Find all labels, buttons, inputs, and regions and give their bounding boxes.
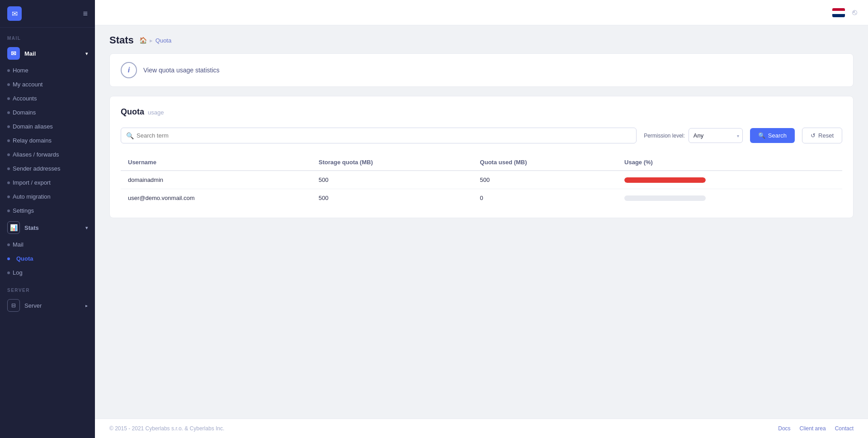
permission-select-wrap: Any ▾: [689, 128, 743, 143]
search-icon: 🔍: [126, 132, 134, 139]
progress-bar-fill: [624, 177, 706, 183]
footer-link-docs[interactable]: Docs: [778, 425, 790, 432]
sidebar-item-import-export[interactable]: Import / export: [0, 176, 95, 190]
col-storage-quota: Storage quota (MB): [311, 154, 473, 171]
section-subtitle: usage: [148, 109, 164, 116]
info-icon: i: [121, 62, 137, 78]
sidebar-item-label: Import / export: [13, 179, 51, 186]
main-content: ⎋ Stats 🏠 ▸ Quota i View quota usage sta…: [95, 0, 868, 438]
section-title-row: Quota usage: [121, 107, 842, 119]
sidebar-header: ✉ ≡: [0, 0, 95, 28]
reset-btn-icon: ↺: [811, 132, 816, 139]
sidebar-item-log[interactable]: Log: [0, 266, 95, 280]
info-banner: i View quota usage statistics: [109, 53, 854, 87]
section-title: Quota: [121, 107, 144, 117]
quota-section-card: Quota usage 🔍 Permission level: Any ▾: [109, 96, 854, 218]
info-banner-text: View quota usage statistics: [143, 67, 220, 74]
sidebar: ✉ ≡ MAIL ✉ Mail ▾ Home My account Accoun…: [0, 0, 95, 438]
page-title: Stats: [109, 34, 134, 46]
section-mail-label: MAIL: [0, 28, 95, 43]
table-row: user@demo.vonmail.com 500 0: [121, 189, 842, 207]
sidebar-item-home[interactable]: Home: [0, 63, 95, 77]
cell-username: domainadmin: [121, 171, 311, 189]
page-header: Stats 🏠 ▸ Quota: [95, 25, 868, 53]
cell-usage-pct: [617, 189, 842, 207]
sidebar-item-quota[interactable]: Quota: [0, 252, 95, 266]
sidebar-item-label: Home: [13, 67, 28, 74]
sidebar-item-label: Accounts: [13, 95, 37, 102]
sidebar-item-accounts[interactable]: Accounts: [0, 91, 95, 105]
cell-quota-used: 500: [473, 171, 617, 189]
sidebar-item-aliases-forwards[interactable]: Aliases / forwards: [0, 148, 95, 162]
table-body: domainadmin 500 500 user@demo.vonmail.co…: [121, 171, 842, 207]
sidebar-item-settings[interactable]: Settings: [0, 204, 95, 218]
stats-label: Stats: [24, 224, 39, 231]
mail-label: Mail: [24, 50, 36, 57]
table-header: Username Storage quota (MB) Quota used (…: [121, 154, 842, 171]
sidebar-item-label: Relay domains: [13, 137, 52, 144]
footer-links: Docs Client area Contact: [778, 425, 854, 432]
sidebar-item-mail-stats[interactable]: Mail: [0, 238, 95, 252]
section-server-label: SERVER: [0, 280, 95, 295]
logo-icon: ✉: [7, 6, 22, 21]
sidebar-item-my-account[interactable]: My account: [0, 77, 95, 91]
reset-btn-label: Reset: [818, 132, 834, 139]
logout-icon[interactable]: ⎋: [852, 8, 857, 17]
topbar-actions: ⎋: [832, 8, 857, 17]
sidebar-item-label: My account: [13, 81, 42, 88]
permission-label: Permission level:: [644, 133, 685, 139]
sidebar-item-label: Domains: [13, 109, 36, 116]
server-label: Server: [24, 302, 42, 309]
sidebar-item-label: Mail: [13, 241, 24, 248]
sidebar-item-label: Aliases / forwards: [13, 151, 59, 158]
chevron-down-icon: ▾: [85, 51, 88, 56]
search-input-wrap: 🔍: [121, 128, 637, 143]
cell-username: user@demo.vonmail.com: [121, 189, 311, 207]
footer: © 2015 - 2021 Cyberlabs s.r.o. & Cyberla…: [95, 419, 868, 438]
language-flag[interactable]: [832, 8, 845, 17]
quota-table: Username Storage quota (MB) Quota used (…: [121, 154, 842, 207]
server-icon: ⊟: [7, 299, 20, 312]
footer-link-client-area[interactable]: Client area: [800, 425, 826, 432]
search-btn-label: Search: [768, 132, 787, 139]
col-username: Username: [121, 154, 311, 171]
sidebar-item-auto-migration[interactable]: Auto migration: [0, 190, 95, 204]
breadcrumb-current: Quota: [156, 37, 171, 44]
topbar: ⎋: [95, 0, 868, 25]
sidebar-item-mail[interactable]: ✉ Mail ▾: [0, 43, 95, 63]
stats-icon: 📊: [7, 221, 20, 234]
sidebar-item-relay-domains[interactable]: Relay domains: [0, 133, 95, 148]
filter-row: 🔍 Permission level: Any ▾ 🔍 Search: [121, 128, 842, 143]
breadcrumb: 🏠 ▸ Quota: [139, 37, 171, 44]
copyright-text: © 2015 - 2021 Cyberlabs s.r.o. & Cyberla…: [109, 425, 224, 432]
permission-filter: Permission level: Any ▾: [644, 128, 743, 143]
col-usage-pct: Usage (%): [617, 154, 842, 171]
cell-storage-quota: 500: [311, 189, 473, 207]
reset-button[interactable]: ↺ Reset: [802, 128, 842, 143]
footer-link-contact[interactable]: Contact: [835, 425, 854, 432]
permission-select[interactable]: Any: [689, 128, 743, 143]
chevron-down-icon: ▾: [85, 225, 88, 230]
search-btn-icon: 🔍: [758, 132, 765, 139]
table-row: domainadmin 500 500: [121, 171, 842, 189]
search-button[interactable]: 🔍 Search: [750, 128, 795, 143]
sidebar-item-sender-addresses[interactable]: Sender addresses: [0, 162, 95, 176]
breadcrumb-separator: ▸: [150, 37, 153, 44]
search-input[interactable]: [121, 128, 637, 143]
sidebar-item-label: Domain aliases: [13, 123, 53, 130]
sidebar-item-domains[interactable]: Domains: [0, 105, 95, 119]
progress-bar-wrap: [624, 195, 706, 201]
cell-quota-used: 0: [473, 189, 617, 207]
breadcrumb-home-icon[interactable]: 🏠: [139, 37, 147, 44]
sidebar-item-stats[interactable]: 📊 Stats ▾: [0, 218, 95, 238]
mail-icon: ✉: [7, 47, 20, 60]
cell-usage-pct: [617, 171, 842, 189]
col-quota-used: Quota used (MB): [473, 154, 617, 171]
sidebar-item-server[interactable]: ⊟ Server ▸: [0, 295, 95, 315]
sidebar-item-label: Sender addresses: [13, 165, 61, 172]
sidebar-item-domain-aliases[interactable]: Domain aliases: [0, 119, 95, 133]
hamburger-icon[interactable]: ≡: [83, 9, 88, 19]
chevron-right-icon: ▸: [85, 303, 88, 308]
sidebar-item-label: Auto migration: [13, 193, 51, 200]
sidebar-item-label: Quota: [16, 255, 33, 262]
